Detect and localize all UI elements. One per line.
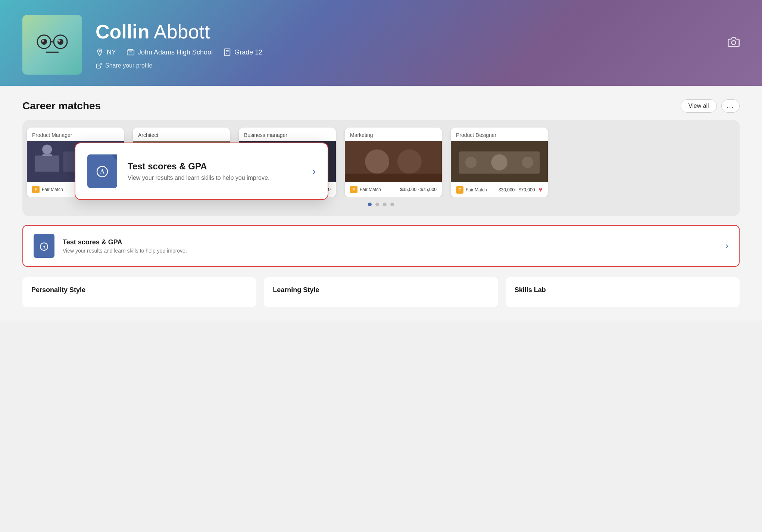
salary-range: $30,000 - $70,000 (499, 187, 535, 193)
match-letter: F (350, 186, 357, 193)
svg-point-40 (522, 157, 533, 168)
main-content: Career matches View all ... Product Mana… (0, 86, 762, 320)
carousel-dot-3[interactable] (383, 203, 387, 206)
tooltip-description: View your results and learn skills to he… (128, 175, 302, 181)
svg-rect-35 (345, 174, 442, 182)
match-badge: F Fair Match (32, 186, 63, 193)
svg-point-17 (732, 41, 736, 45)
career-section-header: Career matches View all ... (22, 99, 740, 113)
career-card-image (345, 141, 442, 182)
svg-rect-9 (127, 50, 134, 55)
career-section-title: Career matches (22, 100, 101, 112)
learning-style-title: Learning Style (273, 286, 489, 294)
svg-point-34 (397, 150, 422, 174)
test-scores-content: Test scores & GPA View your results and … (63, 238, 717, 254)
more-options-button[interactable]: ... (721, 99, 740, 113)
svg-text:A: A (100, 168, 104, 175)
personality-style-title: Personality Style (31, 286, 247, 294)
career-card-footer: F Fair Match $30,000 - $70,000 ♥ (451, 182, 548, 197)
avatar-illustration (30, 22, 75, 67)
career-card-title: Product Designer (451, 128, 548, 141)
profile-info: Collin Abbott NY John Adams High School (96, 21, 740, 69)
skills-lab-card[interactable]: Skills Lab (506, 277, 740, 307)
svg-point-1 (41, 39, 47, 45)
profile-banner: Collin Abbott NY John Adams High School (0, 0, 762, 86)
school-meta: John Adams High School (127, 48, 213, 56)
test-scores-title: Test scores & GPA (63, 238, 717, 246)
svg-rect-19 (35, 156, 59, 172)
career-card-product-designer[interactable]: Product Designer F Fair Match (451, 128, 548, 197)
tooltip-doc-icon: A (87, 154, 117, 188)
svg-point-22 (42, 145, 52, 154)
match-badge: F Fair Match (456, 186, 487, 194)
svg-line-16 (99, 63, 102, 66)
document-a-icon: A (38, 239, 50, 253)
profile-name: Collin Abbott (96, 21, 740, 43)
salary-range: $35,000 - $75,000 (400, 187, 437, 192)
carousel-dot-1[interactable] (368, 203, 372, 206)
test-scores-card[interactable]: A Test scores & GPA View your results an… (22, 225, 740, 267)
avatar (22, 15, 82, 75)
match-letter: F (32, 186, 40, 193)
camera-button[interactable] (728, 36, 740, 50)
avatar-container (22, 15, 82, 75)
svg-point-8 (99, 50, 100, 52)
location-meta: NY (96, 48, 116, 56)
svg-point-5 (58, 40, 60, 42)
section-actions: View all ... (681, 99, 740, 113)
tooltip-title: Test scores & GPA (128, 161, 302, 172)
svg-point-2 (42, 40, 44, 42)
career-card-image (451, 141, 548, 182)
career-card-marketing[interactable]: Marketing F Fair Match $35,000 - $75,000 (345, 128, 442, 197)
match-letter: F (456, 186, 463, 194)
match-badge: F Fair Match (350, 186, 381, 193)
test-scores-chevron-icon[interactable]: › (725, 241, 728, 251)
career-card-title: Architect (133, 128, 230, 141)
svg-point-39 (465, 157, 477, 168)
career-card-title: Business manager (239, 128, 336, 141)
profile-meta: NY John Adams High School Grade (96, 48, 740, 56)
svg-point-33 (365, 150, 389, 174)
share-profile-link[interactable]: Share your profile (96, 62, 740, 69)
heart-icon[interactable]: ♥ (538, 186, 543, 194)
skills-lab-title: Skills Lab (515, 286, 731, 294)
test-scores-description: View your results and learn skills to he… (63, 248, 717, 254)
tooltip-card[interactable]: A Test scores & GPA View your results an… (75, 143, 328, 200)
grade-meta: Grade 12 (223, 48, 262, 56)
career-card-title: Marketing (345, 128, 442, 141)
career-carousel: Product Manager F Fair Ma (22, 120, 740, 216)
tooltip-content: Test scores & GPA View your results and … (128, 161, 302, 181)
svg-text:A: A (43, 244, 46, 250)
svg-rect-23 (42, 154, 52, 156)
svg-point-38 (491, 154, 507, 170)
learning-style-card[interactable]: Learning Style (264, 277, 498, 307)
share-icon (96, 62, 102, 69)
document-icon: A (94, 162, 110, 181)
test-scores-icon: A (34, 234, 54, 258)
camera-icon (728, 36, 740, 48)
school-icon (127, 48, 135, 56)
career-card-footer: F Fair Match $35,000 - $75,000 (345, 182, 442, 197)
location-icon (96, 48, 104, 56)
svg-point-4 (57, 39, 63, 45)
carousel-dot-2[interactable] (375, 203, 379, 206)
personality-style-card[interactable]: Personality Style (22, 277, 256, 307)
carousel-dot-4[interactable] (390, 203, 394, 206)
grade-icon (223, 48, 231, 56)
bottom-sections: Personality Style Learning Style Skills … (22, 277, 740, 307)
career-card-title: Product Manager (27, 128, 124, 141)
view-all-button[interactable]: View all (681, 99, 717, 113)
tooltip-chevron-icon[interactable]: › (312, 165, 316, 177)
